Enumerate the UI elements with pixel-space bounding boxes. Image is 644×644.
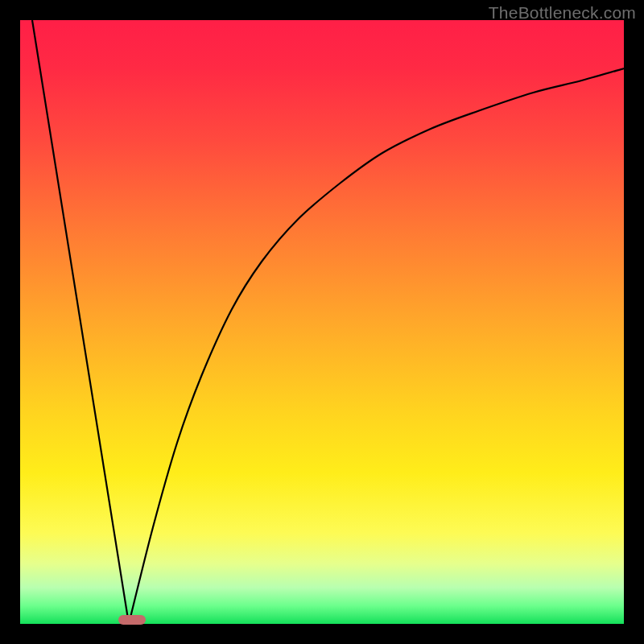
minimum-marker [118, 615, 146, 625]
curve-overlay [20, 20, 624, 624]
curve-left-line [32, 20, 129, 624]
plot-area [20, 20, 624, 624]
chart-frame: TheBottleneck.com [0, 0, 644, 644]
watermark-text: TheBottleneck.com [489, 3, 636, 23]
curve-right [129, 68, 624, 624]
